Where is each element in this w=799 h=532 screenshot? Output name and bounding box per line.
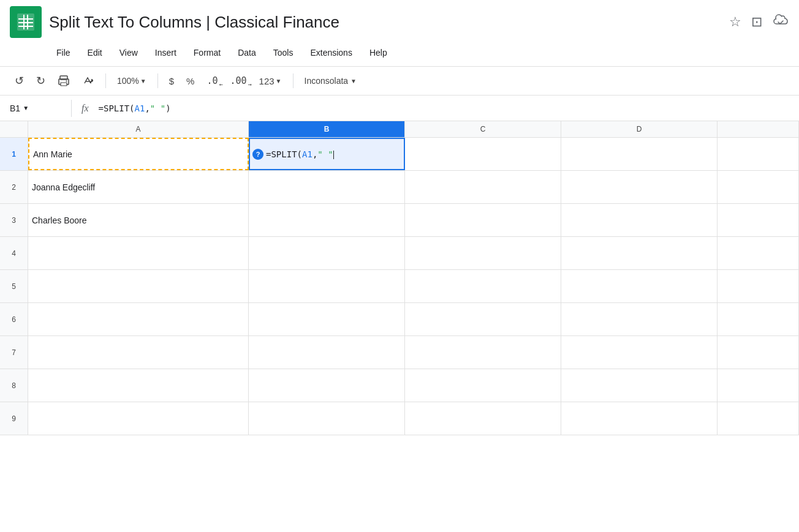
row-num-5: 5 bbox=[0, 270, 28, 302]
svg-point-9 bbox=[66, 81, 67, 82]
cell-b7[interactable] bbox=[249, 336, 405, 369]
col-header-d[interactable]: D bbox=[561, 121, 718, 137]
cell-b1[interactable]: ? =SPLIT(A1," " bbox=[249, 138, 405, 170]
font-selector[interactable]: Inconsolata ▼ bbox=[300, 73, 362, 88]
star-icon[interactable]: ☆ bbox=[729, 14, 741, 30]
menu-format[interactable]: Format bbox=[186, 45, 228, 60]
cell-a8[interactable] bbox=[28, 369, 249, 402]
row-num-2: 2 bbox=[0, 171, 28, 203]
cell-e7 bbox=[718, 336, 799, 369]
cell-c6[interactable] bbox=[405, 303, 561, 335]
separator-1 bbox=[105, 73, 106, 88]
cell-b6[interactable] bbox=[249, 303, 405, 335]
formula-str: " " bbox=[150, 103, 165, 113]
rows-container: 1 Ann Marie ? =SPLIT(A1," " 2 Joanna Edg… bbox=[0, 138, 799, 435]
cell-b2[interactable] bbox=[249, 171, 405, 203]
menu-view[interactable]: View bbox=[112, 45, 145, 60]
cell-c5[interactable] bbox=[405, 270, 561, 302]
spreadsheet: A B C D 1 Ann Marie ? =SPLIT(A1," " 2 bbox=[0, 121, 799, 435]
svg-rect-2 bbox=[18, 22, 33, 23]
percent-button[interactable]: % bbox=[181, 73, 199, 89]
row-num-6: 6 bbox=[0, 303, 28, 335]
menu-tools[interactable]: Tools bbox=[266, 45, 301, 60]
row-num-4: 4 bbox=[0, 237, 28, 269]
menu-edit[interactable]: Edit bbox=[80, 45, 110, 60]
row-num-9: 9 bbox=[0, 402, 28, 435]
font-name-label: Inconsolata bbox=[305, 76, 349, 86]
cell-reference-box[interactable]: B1 ▼ bbox=[5, 101, 66, 116]
col-header-a[interactable]: A bbox=[28, 121, 249, 137]
cell-c3[interactable] bbox=[405, 204, 561, 236]
col-header-b[interactable]: B bbox=[249, 121, 405, 137]
redo-button[interactable]: ↻ bbox=[31, 72, 50, 90]
font-dropdown-icon: ▼ bbox=[350, 78, 357, 84]
cell-b9[interactable] bbox=[249, 402, 405, 435]
formula-func: =SPLIT( bbox=[99, 103, 135, 113]
cell-d8[interactable] bbox=[561, 369, 718, 402]
menu-extensions[interactable]: Extensions bbox=[303, 45, 359, 60]
cell-b8[interactable] bbox=[249, 369, 405, 402]
formula-ref: A1 bbox=[135, 103, 145, 113]
zoom-control[interactable]: 100% ▼ bbox=[112, 73, 151, 88]
menu-insert[interactable]: Insert bbox=[148, 45, 184, 60]
cell-e1 bbox=[718, 138, 799, 170]
col-header-e bbox=[718, 121, 799, 137]
menu-help[interactable]: Help bbox=[362, 45, 395, 60]
svg-rect-8 bbox=[61, 83, 67, 86]
cell-c8[interactable] bbox=[405, 369, 561, 402]
cell-c7[interactable] bbox=[405, 336, 561, 369]
app-logo bbox=[10, 6, 42, 38]
cell-c4[interactable] bbox=[405, 237, 561, 269]
cell-a3[interactable]: Charles Boore bbox=[28, 204, 249, 236]
cell-a5[interactable] bbox=[28, 270, 249, 302]
cell-a7[interactable] bbox=[28, 336, 249, 369]
row-2: 2 Joanna Edgecliff bbox=[0, 171, 799, 204]
cell-d2[interactable] bbox=[561, 171, 718, 203]
cell-a1[interactable]: Ann Marie bbox=[28, 138, 249, 170]
cell-c2[interactable] bbox=[405, 171, 561, 203]
cell-c9[interactable] bbox=[405, 402, 561, 435]
decimal-left-button[interactable]: .0 ← bbox=[202, 73, 222, 89]
cell-d6[interactable] bbox=[561, 303, 718, 335]
undo-button[interactable]: ↺ bbox=[10, 72, 29, 90]
cell-a9[interactable] bbox=[28, 402, 249, 435]
number-format-label: 123 bbox=[259, 76, 275, 86]
cell-ref-value: B1 bbox=[10, 103, 20, 113]
cell-a6[interactable] bbox=[28, 303, 249, 335]
cell-e5 bbox=[718, 270, 799, 302]
cell-e8 bbox=[718, 369, 799, 402]
number-format-button[interactable]: 123 ▼ bbox=[254, 73, 287, 89]
menu-file[interactable]: File bbox=[49, 45, 78, 60]
svg-rect-5 bbox=[27, 15, 28, 29]
decimal-right-button[interactable]: .00 → bbox=[225, 73, 251, 89]
menu-bar: File Edit View Insert Format Data Tools … bbox=[0, 44, 799, 66]
currency-button[interactable]: $ bbox=[164, 73, 179, 89]
menu-data[interactable]: Data bbox=[230, 45, 263, 60]
fx-icon: fx bbox=[77, 103, 94, 114]
cell-d9[interactable] bbox=[561, 402, 718, 435]
toolbar: ↺ ↻ 100% ▼ $ % .0 ← .00 → 123 ▼ Inconsol… bbox=[0, 66, 799, 96]
paint-format-button[interactable] bbox=[77, 72, 99, 89]
move-icon[interactable]: ⊡ bbox=[751, 14, 762, 30]
cell-a2[interactable]: Joanna Edgecliff bbox=[28, 171, 249, 203]
row-3: 3 Charles Boore bbox=[0, 204, 799, 237]
print-button[interactable] bbox=[53, 72, 75, 89]
cell-b3[interactable] bbox=[249, 204, 405, 236]
cell-d1[interactable] bbox=[561, 138, 718, 170]
cloud-icon[interactable] bbox=[772, 14, 789, 30]
formula-close: ) bbox=[165, 103, 170, 113]
formula-bar: B1 ▼ fx =SPLIT(A1," ") bbox=[0, 96, 799, 121]
cell-d7[interactable] bbox=[561, 336, 718, 369]
cell-a4[interactable] bbox=[28, 237, 249, 269]
row-num-3: 3 bbox=[0, 204, 28, 236]
col-header-c[interactable]: C bbox=[405, 121, 561, 137]
cell-b4[interactable] bbox=[249, 237, 405, 269]
help-icon[interactable]: ? bbox=[252, 149, 263, 160]
cell-d3[interactable] bbox=[561, 204, 718, 236]
cell-d5[interactable] bbox=[561, 270, 718, 302]
cell-d4[interactable] bbox=[561, 237, 718, 269]
formula-input[interactable]: =SPLIT(A1," ") bbox=[99, 103, 794, 113]
row-4: 4 bbox=[0, 237, 799, 270]
cell-b5[interactable] bbox=[249, 270, 405, 302]
cell-c1[interactable] bbox=[405, 138, 561, 170]
